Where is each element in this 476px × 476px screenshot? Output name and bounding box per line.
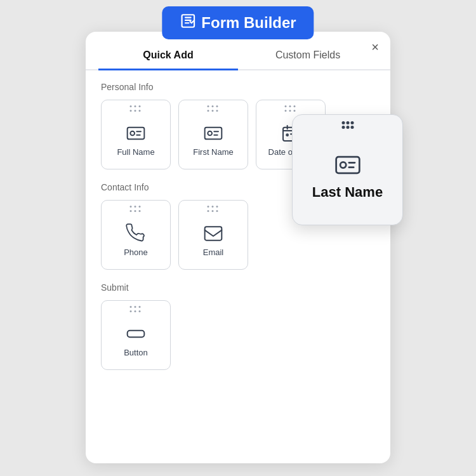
drag-handle-button <box>130 306 142 314</box>
svg-point-10 <box>340 162 346 168</box>
email-label: Email <box>203 248 224 257</box>
modal-wrapper: Form Builder × Quick Add Custom Fields P… <box>0 0 476 476</box>
submit-grid: Button <box>101 300 375 370</box>
full-name-label: Full Name <box>117 147 154 157</box>
field-card-email[interactable]: Email <box>178 200 248 270</box>
svg-point-6 <box>286 134 288 136</box>
main-card: × Quick Add Custom Fields Personal Info <box>86 32 390 463</box>
section-submit: Submit Button <box>101 282 375 370</box>
tab-bar: Quick Add Custom Fields <box>86 42 390 70</box>
close-button[interactable]: × <box>371 41 379 53</box>
field-card-phone[interactable]: Phone <box>101 200 171 270</box>
phone-icon <box>126 223 146 244</box>
title-bar: Form Builder <box>162 6 314 39</box>
svg-point-2 <box>130 131 135 135</box>
email-icon <box>203 223 223 244</box>
drag-handle-email <box>208 206 220 213</box>
button-icon <box>126 324 146 344</box>
field-card-full-name[interactable]: Full Name <box>101 100 171 169</box>
drag-handle-phone <box>130 206 142 213</box>
phone-label: Phone <box>124 248 148 257</box>
section-label-personal-info: Personal Info <box>101 82 375 92</box>
drag-handle-full-name <box>130 105 142 113</box>
tab-custom-fields[interactable]: Custom Fields <box>238 42 378 70</box>
field-card-button[interactable]: Button <box>101 300 171 370</box>
section-label-submit: Submit <box>101 282 375 293</box>
app-title: Form Builder <box>201 14 296 32</box>
first-name-label: First Name <box>193 147 234 157</box>
field-card-first-name[interactable]: First Name <box>178 100 248 169</box>
floating-last-name-card[interactable]: Last Name <box>292 114 403 225</box>
svg-rect-7 <box>205 227 222 240</box>
drag-handle-date-of-birth <box>285 105 297 113</box>
svg-rect-8 <box>128 330 145 337</box>
last-name-label: Last Name <box>312 184 383 201</box>
first-name-icon <box>203 123 223 143</box>
form-builder-icon <box>180 13 196 33</box>
button-label: Button <box>124 348 148 357</box>
last-name-icon <box>334 151 362 179</box>
svg-point-4 <box>208 131 212 135</box>
full-name-icon <box>126 123 146 143</box>
tab-quick-add[interactable]: Quick Add <box>98 42 238 70</box>
drag-handle-last-name <box>341 121 354 129</box>
drag-handle-first-name <box>208 105 220 113</box>
